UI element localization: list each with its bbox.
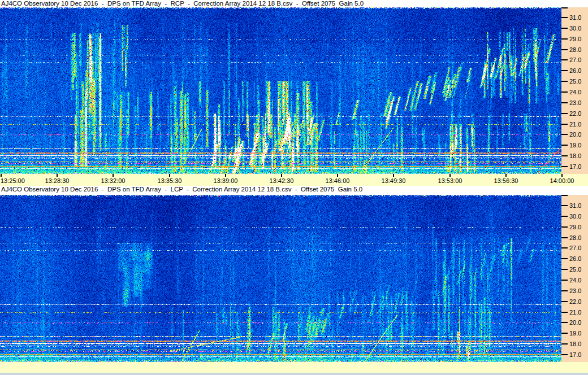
frequency-axis-lcp: 31.030.029.028.027.026.025.024.023.022.0… (561, 195, 588, 362)
y-tick-label: 19.0 (569, 142, 587, 149)
y-tick-label: 27.0 (569, 245, 587, 251)
y-tick (561, 113, 568, 114)
y-tick-label: 23.0 (569, 99, 587, 106)
y-tick (561, 280, 568, 281)
y-axis-top-tick (561, 7, 568, 8)
y-tick (561, 155, 568, 156)
y-tick (561, 343, 568, 345)
y-tick (561, 91, 568, 93)
y-tick (561, 205, 568, 206)
y-tick (561, 258, 568, 259)
y-tick-label: 26.0 (569, 67, 587, 74)
y-tick-label: 18.0 (569, 341, 587, 347)
y-tick (561, 290, 568, 291)
y-tick-label: 23.0 (569, 287, 587, 294)
y-tick (561, 59, 568, 60)
y-tick (561, 49, 568, 50)
x-tick-label: 13:35:30 (147, 177, 192, 185)
y-tick-label: 26.0 (569, 255, 587, 262)
y-tick-label: 28.0 (569, 46, 587, 53)
y-tick (561, 247, 568, 248)
y-tick-label: 22.0 (569, 298, 587, 305)
x-tick-label: 13:28:30 (34, 177, 80, 185)
y-tick-label: 19.0 (569, 330, 587, 337)
x-tick-label: 14:00:00 (539, 177, 585, 185)
spectrogram-plot-rcp (0, 7, 561, 174)
y-tick (561, 333, 568, 334)
x-tick-label: 13:49:30 (371, 177, 416, 185)
y-tick-label: 29.0 (569, 224, 587, 230)
x-tick-label: 13:42:30 (259, 177, 304, 185)
x-tick-label: 13:53:00 (427, 177, 473, 185)
y-tick (561, 301, 568, 302)
y-tick (561, 28, 568, 29)
spectrograph-window: AJ4CO Observatory 10 Dec 2016 - DPS on T… (0, 0, 588, 375)
y-tick (561, 166, 568, 167)
y-tick-label: 25.0 (569, 78, 587, 85)
panel-title-rcp: AJ4CO Observatory 10 Dec 2016 - DPS on T… (0, 0, 588, 7)
spectrogram-plot-lcp (0, 195, 561, 362)
y-tick-label: 30.0 (569, 213, 587, 220)
y-tick (561, 354, 568, 355)
y-tick (561, 102, 568, 103)
y-tick-label: 31.0 (569, 202, 587, 209)
y-tick-label: 25.0 (569, 266, 587, 273)
y-tick (561, 237, 568, 238)
y-tick-label: 21.0 (569, 121, 587, 128)
y-tick (561, 38, 568, 40)
y-tick (561, 81, 568, 82)
x-tick-label: 13:32:00 (90, 177, 136, 185)
y-tick-label: 17.0 (569, 351, 587, 358)
y-tick (561, 17, 568, 18)
y-axis-top-tick (561, 195, 568, 196)
y-tick-label: 27.0 (569, 56, 587, 63)
x-tick-label: 13:56:30 (483, 177, 529, 185)
time-axis-lcp-unlabeled (0, 362, 588, 373)
y-tick-label: 20.0 (569, 319, 587, 326)
y-tick (561, 269, 568, 270)
y-tick-label: 24.0 (569, 277, 587, 284)
y-tick-label: 18.0 (569, 152, 587, 159)
y-tick (561, 124, 568, 125)
x-tick-label: 13:46:00 (315, 177, 360, 185)
y-tick (561, 322, 568, 323)
window-bottom-strip (0, 373, 588, 375)
y-tick (561, 134, 568, 135)
y-tick-label: 17.0 (569, 163, 587, 170)
y-tick (561, 145, 568, 146)
y-tick (561, 226, 568, 228)
y-tick-label: 28.0 (569, 234, 587, 241)
panel-title-lcp: AJ4CO Observatory 10 Dec 2016 - DPS on T… (0, 186, 588, 195)
y-tick-label: 31.0 (569, 14, 587, 21)
frequency-axis-rcp: 31.030.029.028.027.026.025.024.023.022.0… (561, 7, 588, 174)
y-tick-label: 24.0 (569, 89, 587, 95)
y-tick (561, 216, 568, 217)
y-tick-label: 20.0 (569, 131, 587, 138)
y-tick (561, 70, 568, 71)
time-axis-rcp: 13:25:0013:28:3013:32:0013:35:3013:39:00… (0, 174, 588, 186)
y-tick-label: 30.0 (569, 25, 587, 32)
y-tick-label: 22.0 (569, 110, 587, 117)
y-tick-label: 29.0 (569, 36, 587, 42)
y-tick (561, 312, 568, 313)
x-tick-label: 13:39:00 (203, 177, 248, 185)
y-tick-label: 21.0 (569, 309, 587, 316)
